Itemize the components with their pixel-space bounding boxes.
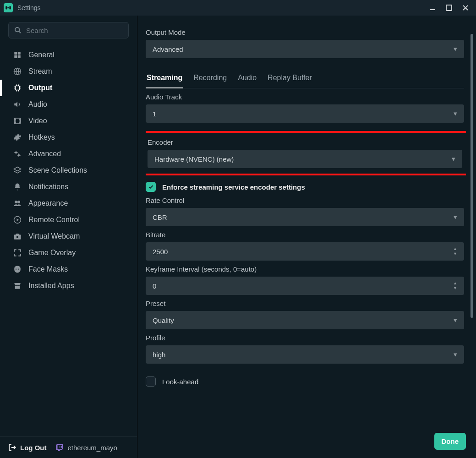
sidebar-item-label: Stream: [28, 67, 52, 76]
profile-select[interactable]: high ▾: [146, 345, 464, 364]
svg-rect-6: [14, 52, 17, 55]
audio-track-select[interactable]: 1 ▾: [146, 104, 464, 123]
gear-icon: [13, 133, 22, 142]
sidebar-item-label: Remote Control: [28, 216, 80, 224]
username[interactable]: ethereum_mayo: [55, 443, 117, 452]
preset-label: Preset: [146, 300, 464, 307]
svg-rect-3: [430, 9, 435, 10]
sidebar-item-installed-apps[interactable]: Installed Apps: [0, 278, 137, 294]
gears-icon: [13, 149, 22, 158]
sidebar-item-stream[interactable]: Stream: [0, 63, 137, 80]
step-up-icon[interactable]: ▲: [453, 281, 457, 285]
lookahead-label: Look-ahead: [162, 378, 198, 386]
sidebar-item-label: Virtual Webcam: [28, 232, 80, 240]
sidebar-item-advanced[interactable]: Advanced: [0, 146, 137, 162]
bell-icon: [13, 182, 22, 191]
expand-icon: [13, 248, 22, 257]
sidebar-item-audio[interactable]: Audio: [0, 96, 137, 113]
user-icon: [13, 199, 22, 208]
window-title: Settings: [17, 4, 41, 11]
titlebar: Settings: [0, 0, 476, 16]
sidebar-item-output[interactable]: Output: [0, 80, 137, 96]
sidebar-item-label: Audio: [28, 100, 47, 109]
encoder-label: Encoder: [148, 138, 462, 146]
twitch-icon: [55, 443, 64, 452]
sidebar-item-label: Appearance: [28, 199, 68, 207]
svg-rect-8: [14, 55, 17, 58]
step-up-icon[interactable]: ▲: [453, 247, 457, 251]
tab-replay-buffer[interactable]: Replay Buffer: [267, 70, 313, 88]
svg-rect-11: [16, 86, 20, 90]
svg-rect-7: [18, 52, 21, 55]
sidebar-item-label: Hotkeys: [28, 133, 55, 142]
svg-point-14: [18, 154, 20, 157]
chip-icon: [13, 83, 22, 93]
play-icon: [13, 215, 22, 224]
svg-point-16: [17, 201, 20, 203]
output-tabs: StreamingRecordingAudioReplay Buffer: [146, 70, 464, 88]
globe-icon: [13, 67, 22, 76]
scrollbar[interactable]: [471, 16, 473, 458]
sidebar-item-virtual-webcam[interactable]: Virtual Webcam: [0, 228, 137, 245]
enforce-checkbox[interactable]: [146, 182, 156, 192]
minimize-button[interactable]: [428, 4, 437, 12]
search-icon: [14, 27, 22, 34]
chevron-down-icon: ▾: [454, 350, 457, 359]
profile-label: Profile: [146, 334, 464, 342]
logout-button[interactable]: Log Out: [8, 443, 46, 452]
sidebar-item-video[interactable]: Video: [0, 113, 137, 129]
maximize-button[interactable]: [445, 4, 453, 12]
logout-label: Log Out: [20, 444, 46, 452]
bitrate-input[interactable]: ▲▼: [146, 242, 464, 261]
tab-streaming[interactable]: Streaming: [146, 70, 183, 88]
logout-icon: [8, 443, 16, 452]
sidebar-item-scene-collections[interactable]: Scene Collections: [0, 162, 137, 179]
preset-select[interactable]: Quality ▾: [146, 311, 464, 329]
svg-point-15: [15, 201, 17, 203]
sidebar-item-label: General: [28, 51, 55, 59]
rate-control-label: Rate Control: [146, 196, 464, 204]
speaker-icon: [13, 100, 22, 109]
sidebar-item-face-masks[interactable]: Face Masks: [0, 261, 137, 278]
close-button[interactable]: [461, 4, 470, 12]
sidebar-item-notifications[interactable]: Notifications: [0, 179, 137, 195]
sidebar-nav: GeneralStreamOutputAudioVideoHotkeysAdva…: [0, 43, 137, 436]
rate-control-select[interactable]: CBR ▾: [146, 208, 464, 226]
bitrate-label: Bitrate: [146, 231, 464, 239]
svg-rect-9: [18, 55, 21, 58]
sidebar-item-appearance[interactable]: Appearance: [0, 195, 137, 212]
camera-icon: [13, 232, 22, 241]
svg-point-18: [16, 236, 19, 238]
sidebar-item-label: Output: [28, 84, 52, 92]
svg-rect-1: [9, 6, 11, 10]
tab-audio[interactable]: Audio: [237, 70, 257, 88]
sidebar-item-general[interactable]: General: [0, 47, 137, 63]
sidebar: GeneralStreamOutputAudioVideoHotkeysAdva…: [0, 16, 137, 458]
search-input[interactable]: [8, 22, 129, 38]
keyframe-input[interactable]: ▲▼: [146, 277, 464, 295]
sidebar-item-hotkeys[interactable]: Hotkeys: [0, 129, 137, 146]
mask-icon: [13, 265, 22, 274]
sidebar-item-label: Face Masks: [28, 265, 68, 273]
chevron-down-icon: ▾: [454, 109, 457, 118]
svg-point-13: [15, 152, 17, 154]
sidebar-item-remote-control[interactable]: Remote Control: [0, 212, 137, 228]
lookahead-checkbox[interactable]: [146, 376, 156, 387]
encoder-highlight: Encoder Hardware (NVENC) (new) ▾: [146, 131, 466, 175]
sidebar-item-label: Notifications: [28, 183, 68, 191]
svg-rect-0: [5, 6, 7, 10]
chevron-down-icon: ▾: [454, 45, 457, 53]
step-down-icon[interactable]: ▼: [453, 286, 457, 290]
done-button[interactable]: Done: [434, 433, 466, 450]
output-mode-select[interactable]: Advanced ▾: [146, 40, 464, 58]
encoder-select[interactable]: Hardware (NVENC) (new) ▾: [148, 150, 462, 168]
sidebar-footer: Log Out ethereum_mayo: [0, 436, 137, 458]
tab-recording[interactable]: Recording: [192, 70, 228, 88]
sidebar-item-label: Advanced: [28, 150, 61, 158]
enforce-label: Enforce streaming service encoder settin…: [162, 183, 305, 191]
sidebar-item-game-overlay[interactable]: Game Overlay: [0, 245, 137, 261]
grid-icon: [13, 50, 22, 60]
step-down-icon[interactable]: ▼: [453, 252, 457, 256]
main-panel: Output Mode Advanced ▾ StreamingRecordin…: [137, 16, 476, 458]
svg-rect-4: [446, 5, 452, 11]
